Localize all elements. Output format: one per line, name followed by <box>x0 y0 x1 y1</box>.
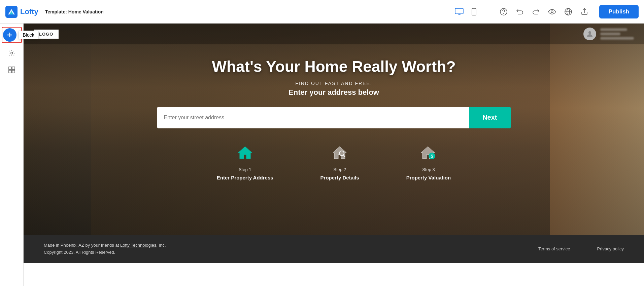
svg-rect-16 <box>9 67 11 70</box>
step-2-number: Step 2 <box>333 167 346 172</box>
step-2: Step 2 Property Details <box>320 145 359 180</box>
svg-marker-21 <box>238 147 252 159</box>
canvas-area: LOGO <box>24 24 644 286</box>
sidebar-layout-button[interactable] <box>5 63 19 77</box>
step-3-number: Step 3 <box>422 167 435 172</box>
hero-subtitle-small: FIND OUT FAST AND FREE. <box>30 81 637 86</box>
address-input-row: Next <box>157 107 511 128</box>
sidebar-settings-button[interactable] <box>5 46 19 60</box>
steps-row: Step 1 Enter Property Address Step 2 <box>217 145 451 180</box>
help-icon[interactable] <box>499 7 508 16</box>
publish-button[interactable]: Publish <box>599 5 639 18</box>
svg-point-7 <box>503 13 504 13</box>
svg-rect-19 <box>12 70 15 73</box>
redo-icon[interactable] <box>531 7 541 16</box>
step-1-label: Enter Property Address <box>217 175 273 180</box>
svg-text:$: $ <box>431 154 433 159</box>
brand-name: Lofty <box>20 7 38 16</box>
svg-point-5 <box>474 14 474 14</box>
nav-right <box>583 28 634 40</box>
svg-point-6 <box>500 8 507 15</box>
lofty-logo-icon <box>5 6 18 18</box>
add-block-area: Block <box>2 27 22 43</box>
main-layout: Block <box>0 24 644 286</box>
page-content: LOGO <box>24 24 644 286</box>
svg-point-8 <box>551 11 553 13</box>
blur-bar-1 <box>600 28 627 31</box>
block-tooltip: Block <box>19 31 39 39</box>
top-header: Lofty Template: Home Valuation <box>0 0 644 24</box>
step-3: $ Step 3 Property Valuation <box>406 145 451 180</box>
svg-rect-1 <box>455 8 463 14</box>
footer-made-in: Made in Phoenix, AZ by your friends at L… <box>44 242 166 249</box>
step-1: Step 1 Enter Property Address <box>217 145 273 180</box>
svg-rect-17 <box>12 67 15 70</box>
svg-point-20 <box>588 31 591 34</box>
hero-content: What's Your Home Really Worth? FIND OUT … <box>24 58 644 107</box>
nav-blur-bars <box>600 28 634 40</box>
next-button[interactable]: Next <box>469 107 510 128</box>
blur-bar-2 <box>600 33 620 35</box>
hero-title: What's Your Home Really Worth? <box>30 58 637 75</box>
step-1-icon <box>237 145 253 163</box>
hero-subtitle-large: Enter your address below <box>30 88 637 97</box>
address-input[interactable] <box>157 107 469 128</box>
add-block-button[interactable] <box>3 28 16 42</box>
footer-left: Made in Phoenix, AZ by your friends at L… <box>44 242 166 256</box>
mobile-view-button[interactable] <box>469 7 479 16</box>
template-info: Template: Home Valuation <box>45 9 104 14</box>
blur-bar-3 <box>600 37 634 40</box>
footer-copyright: Copyright 2023. All Rights Reserved. <box>44 249 166 256</box>
undo-icon[interactable] <box>515 7 524 16</box>
desktop-view-button[interactable] <box>454 7 464 16</box>
hero-overlay <box>24 24 644 235</box>
step-1-number: Step 1 <box>239 167 251 172</box>
footer-links: Terms of service Privacy policy <box>538 246 624 251</box>
share-icon[interactable] <box>580 7 589 16</box>
step-2-label: Property Details <box>320 175 359 180</box>
nav-avatar <box>583 28 596 40</box>
preview-icon[interactable] <box>547 7 557 16</box>
footer-terms-link[interactable]: Terms of service <box>538 246 570 251</box>
header-actions: Publish <box>499 5 639 18</box>
site-footer: Made in Phoenix, AZ by your friends at L… <box>24 235 644 263</box>
svg-rect-18 <box>9 70 11 73</box>
footer-company-link[interactable]: Lofty Technologies <box>120 243 156 248</box>
footer-privacy-link[interactable]: Privacy policy <box>597 246 624 251</box>
device-switcher <box>454 7 479 16</box>
step-3-icon: $ <box>420 145 437 163</box>
svg-point-15 <box>11 52 13 54</box>
left-sidebar: Block <box>0 24 24 286</box>
site-navigation: LOGO <box>24 24 644 44</box>
step-2-icon <box>332 145 348 163</box>
globe-icon[interactable] <box>564 7 573 16</box>
hero-section: LOGO <box>24 24 644 235</box>
header-logo: Lofty <box>5 6 38 18</box>
step-3-label: Property Valuation <box>406 175 451 180</box>
